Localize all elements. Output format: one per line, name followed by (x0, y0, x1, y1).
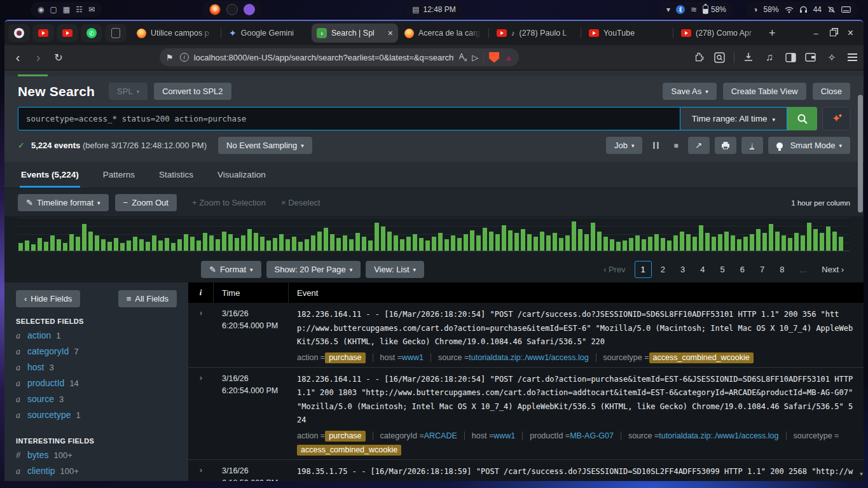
timeline-bar[interactable] (756, 229, 761, 251)
create-table-view-button[interactable]: Create Table View (723, 83, 806, 100)
timeline-bar[interactable] (324, 228, 328, 251)
back-button[interactable]: ‹ (11, 50, 25, 65)
timeline-bar[interactable] (782, 235, 786, 251)
timeline-bar[interactable] (375, 223, 379, 251)
timeline-bar[interactable] (483, 228, 487, 251)
timeline-bar[interactable] (820, 233, 824, 251)
field-name[interactable]: source (27, 394, 54, 404)
field-name[interactable]: sourcetype (27, 410, 71, 420)
timeline-bar[interactable] (349, 239, 354, 251)
site-info-icon[interactable]: i (180, 53, 189, 62)
timeline-bar[interactable] (572, 221, 576, 251)
timeline-bar[interactable] (616, 242, 621, 251)
timeline-bar[interactable] (832, 232, 837, 251)
timeline-bar[interactable] (654, 234, 659, 251)
event-raw-text[interactable]: 182.236.164.11 - - [16/Mar/2026:18:20:54… (297, 308, 855, 349)
timeline-bar[interactable] (387, 232, 392, 251)
browser-tab[interactable]: Utilice campos p (132, 24, 218, 43)
brave-shield-icon[interactable] (489, 52, 499, 63)
ai-assistant-button[interactable]: ✦✦ (822, 107, 850, 130)
address-bar[interactable]: ⚑ i localhost:8000/en-US/app/search/sear… (160, 48, 519, 66)
timeline-bar[interactable] (311, 235, 315, 251)
browser-tab[interactable]: ›Search | Spl× (312, 24, 398, 43)
timeline-bar[interactable] (603, 237, 608, 251)
event-field-value[interactable]: ARCADE (424, 431, 457, 440)
timeline-bar[interactable] (184, 234, 188, 251)
timeline-bar[interactable] (718, 234, 722, 251)
tab-visualization[interactable]: Visualization (216, 162, 267, 188)
timeline-bar[interactable] (413, 234, 417, 251)
mail-icon[interactable]: ✉ (88, 6, 95, 13)
timeline-bar[interactable] (254, 233, 258, 251)
timeline-bar[interactable] (247, 229, 252, 251)
timeline-bar[interactable] (44, 242, 48, 251)
timeline-bar[interactable] (88, 232, 93, 251)
timeline-bar[interactable] (419, 238, 424, 251)
column-info[interactable]: i (188, 282, 214, 303)
timeline-bar[interactable] (788, 238, 792, 251)
timeline-bar[interactable] (209, 235, 214, 251)
spl-mode-dropdown[interactable]: SPL▾ (109, 83, 148, 100)
reload-button[interactable]: ↻ (52, 52, 65, 64)
close-window-button[interactable]: × (848, 27, 853, 39)
url-text[interactable]: localhost:8000/en-US/app/search/search?e… (194, 53, 454, 62)
timeline-bar[interactable] (712, 237, 716, 251)
timeline-bar[interactable] (101, 239, 106, 251)
browser-tab[interactable]: (278) Como Apr (676, 24, 762, 43)
page-8[interactable]: 8 (773, 261, 790, 278)
field-item[interactable]: #bytes100+ (16, 447, 177, 463)
field-item[interactable]: #date_hour24 (16, 479, 177, 481)
timeline-bar[interactable] (565, 235, 570, 251)
timeline-bar[interactable] (63, 243, 67, 251)
timeline-bar[interactable] (750, 234, 754, 251)
browser-tab[interactable]: ✦Google Gemini (224, 24, 310, 43)
timeline-bar[interactable] (362, 237, 366, 251)
timeline-bar[interactable] (813, 229, 818, 251)
timeline-bar[interactable] (686, 234, 691, 251)
power-icon[interactable]: ◉ (38, 6, 44, 13)
timeline-bar[interactable] (368, 241, 373, 251)
event-field-value[interactable]: www1 (493, 431, 515, 440)
field-item[interactable]: asource3 (16, 391, 177, 407)
page-6[interactable]: 6 (734, 261, 751, 278)
timeline-bar[interactable] (406, 237, 411, 251)
timeline-bar[interactable] (692, 237, 697, 251)
event-field-value[interactable]: purchase (325, 352, 365, 363)
timeline-bar[interactable] (235, 238, 239, 251)
timeline-bar[interactable] (432, 237, 436, 251)
column-time[interactable]: Time (214, 282, 289, 303)
desktop-clock[interactable]: ▤ 12:48 PM (405, 2, 463, 17)
timeline-bar[interactable] (546, 235, 551, 251)
timeline-bar[interactable] (273, 238, 277, 251)
timeline-bar[interactable] (521, 229, 525, 251)
timeline-bar[interactable] (286, 239, 290, 251)
page-scrollbar[interactable]: ▾ (857, 90, 863, 477)
timeline-bar[interactable] (578, 229, 582, 251)
hide-fields-button[interactable]: ‹ Hide Fields (16, 290, 80, 307)
event-field-value[interactable]: access_combined_wcookie (649, 352, 754, 363)
print-button[interactable] (715, 137, 736, 154)
timeline-bar[interactable] (457, 238, 462, 251)
timeline-bar[interactable] (394, 235, 398, 251)
pinned-tab[interactable] (32, 24, 54, 42)
search-mode-dropdown[interactable]: Smart Mode▾ (768, 137, 850, 154)
timeline-bar[interactable] (610, 239, 614, 251)
events-timeline-histogram[interactable] (18, 216, 850, 251)
field-item[interactable]: acategoryId7 (16, 344, 177, 359)
timeline-bar[interactable] (514, 233, 519, 251)
timeline-bar[interactable] (451, 235, 455, 251)
timeline-bar[interactable] (241, 235, 245, 251)
tab-close-icon[interactable]: × (388, 28, 393, 38)
timeline-bar[interactable] (731, 235, 735, 251)
stop-job-icon[interactable]: ■ (673, 141, 678, 150)
files-icon[interactable]: ▢ (50, 6, 57, 13)
timeline-bar[interactable] (127, 241, 131, 251)
timeline-bar[interactable] (794, 233, 799, 251)
field-item[interactable]: asourcetype1 (16, 407, 177, 423)
column-event[interactable]: Event (289, 288, 864, 298)
timeline-bar[interactable] (152, 235, 156, 251)
pinned-tab[interactable]: ✆ (81, 24, 102, 42)
timeline-bar[interactable] (18, 243, 23, 251)
event-field-value[interactable]: MB-AG-G07 (570, 431, 614, 440)
field-name[interactable]: clientip (27, 466, 55, 476)
